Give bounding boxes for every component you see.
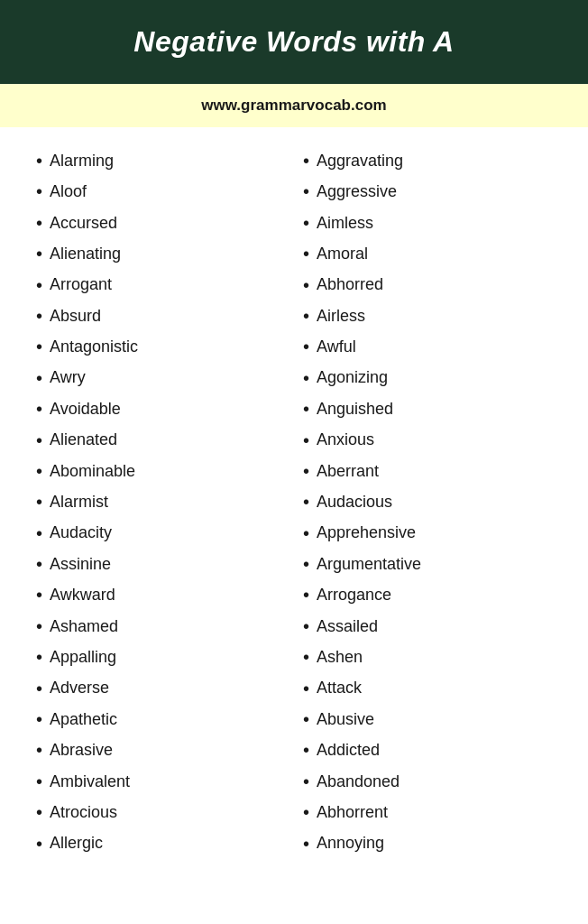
list-item: Aimless	[303, 208, 552, 238]
list-item: Ambivalent	[36, 766, 285, 797]
list-item: Agonizing	[303, 363, 552, 393]
list-item: Awkward	[36, 579, 285, 610]
left-column: AlarmingAloofAccursedAlienatingArrogantA…	[27, 145, 294, 859]
content-area: AlarmingAloofAccursedAlienatingArrogantA…	[0, 127, 588, 886]
list-item: Arrogance	[303, 579, 552, 610]
list-item: Avoidable	[36, 393, 285, 424]
list-item: Alienated	[36, 425, 285, 456]
website-url: www.grammarvocab.com	[201, 97, 386, 114]
right-word-list: AggravatingAggressiveAimlessAmoralAbhorr…	[303, 145, 552, 859]
list-item: Allergic	[36, 828, 285, 859]
list-item: Anxious	[303, 425, 552, 456]
list-item: Atrocious	[36, 797, 285, 827]
list-item: Apathetic	[36, 704, 285, 735]
list-item: Alarmist	[36, 486, 285, 517]
list-item: Accursed	[36, 208, 285, 238]
list-item: Audacious	[303, 486, 552, 517]
page-title: Negative Words with A	[18, 25, 570, 59]
list-item: Airless	[303, 300, 552, 331]
list-item: Abhorrent	[303, 797, 552, 827]
list-item: Amoral	[303, 238, 552, 269]
list-item: Abandoned	[303, 766, 552, 797]
header: Negative Words with A	[0, 0, 588, 84]
list-item: Abhorred	[303, 270, 552, 300]
list-item: Appalling	[36, 642, 285, 672]
list-item: Attack	[303, 673, 552, 704]
list-item: Alarming	[36, 145, 285, 176]
list-item: Assinine	[36, 549, 285, 579]
list-item: Awry	[36, 363, 285, 393]
list-item: Abusive	[303, 704, 552, 735]
list-item: Arrogant	[36, 270, 285, 300]
list-item: Adverse	[36, 673, 285, 704]
list-item: Aggressive	[303, 176, 552, 207]
list-item: Awful	[303, 331, 552, 362]
list-item: Ashamed	[36, 611, 285, 642]
list-item: Abominable	[36, 456, 285, 486]
list-item: Aggravating	[303, 145, 552, 176]
list-item: Audacity	[36, 518, 285, 549]
list-item: Ashen	[303, 642, 552, 672]
website-bar: www.grammarvocab.com	[0, 84, 588, 127]
list-item: Antagonistic	[36, 331, 285, 362]
list-item: Absurd	[36, 300, 285, 331]
list-item: Aberrant	[303, 456, 552, 486]
list-item: Aloof	[36, 176, 285, 207]
list-item: Argumentative	[303, 549, 552, 579]
list-item: Apprehensive	[303, 518, 552, 549]
list-item: Annoying	[303, 828, 552, 859]
right-column: AggravatingAggressiveAimlessAmoralAbhorr…	[294, 145, 561, 859]
list-item: Addicted	[303, 735, 552, 765]
list-item: Assailed	[303, 611, 552, 642]
left-word-list: AlarmingAloofAccursedAlienatingArrogantA…	[36, 145, 285, 859]
list-item: Abrasive	[36, 735, 285, 765]
list-item: Alienating	[36, 238, 285, 269]
list-item: Anguished	[303, 393, 552, 424]
